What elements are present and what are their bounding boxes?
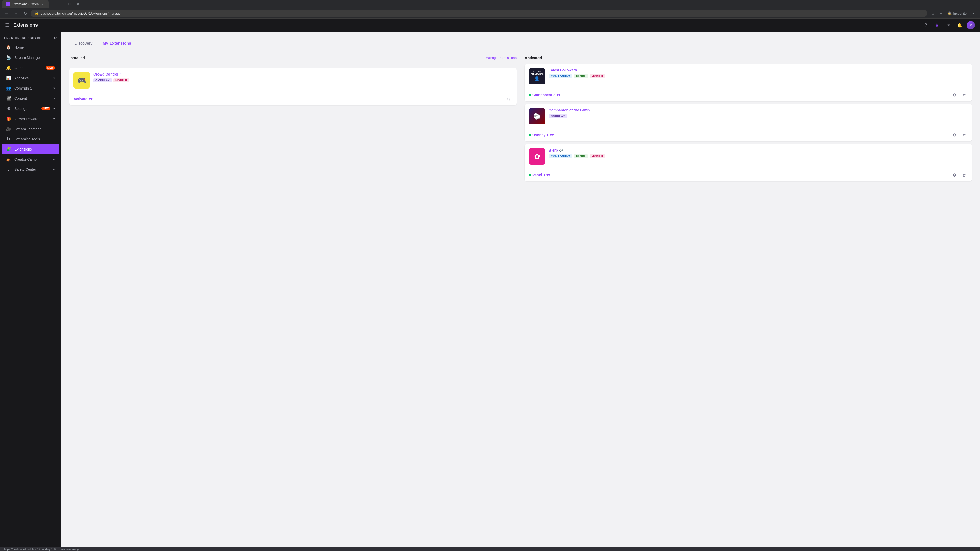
latest-followers-delete-button[interactable] [961,91,968,98]
sidebar-item-label: Content [14,97,50,100]
tab-discovery[interactable]: Discovery [69,38,97,49]
sidebar-item-alerts[interactable]: 🔔 Alerts NEW [2,63,59,73]
status-bar: https://dashboard.twitch.tv/u/moodjoy071… [0,547,980,551]
forward-button[interactable]: → [12,10,19,17]
maximize-button[interactable]: ❐ [66,0,73,8]
crowd-control-settings-button[interactable] [505,95,512,103]
bookmark-icon[interactable]: ☆ [929,10,936,17]
sidebar-item-community[interactable]: 👥 Community [2,83,59,93]
tag-overlay: OVERLAY [94,78,112,83]
ext-info: Latest Followers COMPONENT PANEL MOBILE [549,68,968,78]
minimize-button[interactable]: — [58,0,65,8]
ext-card-latest-followers: LATESTFOLLOWERS 👤 Latest Followers COMPO… [525,64,972,101]
ext-card-header: 🐑 Companion of the Lamb OVERLAY [525,104,972,129]
browser-menu-button[interactable]: ⋮ [970,10,977,17]
sidebar-item-viewer-rewards[interactable]: 🎁 Viewer Rewards [2,114,59,124]
companion-lamb-delete-button[interactable] [961,131,968,138]
app-container: ☰ Extensions ? ♛ ✉ 🔔 M CREATOR DASHBOARD… [0,19,980,547]
new-tab-button[interactable]: + [50,1,56,7]
slot-label: Panel 3 [532,173,545,177]
sidebar-item-label: Safety Center [14,167,49,171]
slot-label: Component 2 [532,93,555,97]
blerp-thumbnail: ✿ [529,148,545,165]
extensions-columns: Installed Manage Permissions 🎮 Crowd Con… [69,56,972,184]
streaming-tools-icon: 🛠 [6,137,11,141]
sidebar-item-label: Creator Camp [14,157,49,162]
sidebar: CREATOR DASHBOARD ↩ 🏠 Home 📡 Stream Mana… [0,32,61,547]
sidebar-item-label: Analytics [14,76,50,80]
ext-card-header: LATESTFOLLOWERS 👤 Latest Followers COMPO… [525,64,972,89]
gear-icon [953,173,956,178]
nav-actions: ☆ ⊞ 🕵 Incognito ⋮ [929,10,977,17]
sidebar-item-streaming-tools[interactable]: 🛠 Streaming Tools [2,134,59,144]
activate-label: Activate [73,97,87,101]
user-avatar[interactable]: M [967,21,975,29]
close-button[interactable]: ✕ [74,0,81,8]
ext-card-blerp: ✿ Blerp 🎶 COMPONENT PANEL MOBILE [525,144,972,181]
activate-button[interactable]: Activate ▾ [73,97,92,101]
sidebar-item-safety-center[interactable]: 🛡 Safety Center ↗ [2,165,59,174]
blerp-name: Blerp 🎶 [549,148,968,152]
blerp-delete-button[interactable] [961,171,968,179]
help-icon[interactable]: ? [922,21,930,29]
ext-card-footer: Panel 3 ▾ [525,168,972,181]
latest-followers-thumbnail: LATESTFOLLOWERS 👤 [529,68,545,84]
analytics-chevron-icon [53,76,55,80]
crowd-control-name: Crowd Control™ [94,72,512,76]
window-controls: — ❐ ✕ [58,0,81,8]
sidebar-item-stream-together[interactable]: 🎥 Stream Together [2,124,59,134]
latest-followers-name: Latest Followers [549,68,968,72]
sidebar-item-home[interactable]: 🏠 Home [2,42,59,52]
mail-icon[interactable]: ✉ [944,21,953,29]
sidebar-item-label: Stream Manager [14,56,55,60]
community-icon: 👥 [6,86,11,91]
sidebar-item-label: Viewer Rewards [14,117,50,121]
trash-icon [963,133,966,137]
activated-column: Activated LATESTFOLLOWERS 👤 Latest Follo… [525,56,972,184]
hamburger-menu-icon[interactable]: ☰ [5,22,9,28]
sidebar-item-stream-manager[interactable]: 📡 Stream Manager [2,52,59,62]
active-dot [529,94,531,96]
tag-panel: PANEL [574,154,588,159]
sidebar-collapse-button[interactable]: ↩ [54,36,57,40]
sidebar-item-analytics[interactable]: 📊 Analytics [2,73,59,83]
manage-permissions-link[interactable]: Manage Permissions [486,56,517,60]
browser-nav: ← → ↻ 🔒 dashboard.twitch.tv/u/moodjoy071… [0,8,980,18]
companion-thumb-icon: 🐑 [533,113,541,120]
gear-icon [507,97,511,102]
extensions-icon: 🧩 [6,147,11,151]
sidebar-item-label: Stream Together [14,127,55,131]
crown-icon[interactable]: ♛ [933,21,941,29]
installed-column-title: Installed [69,56,85,60]
tag-panel: PANEL [574,74,588,78]
viewer-rewards-chevron-icon [53,117,55,121]
latest-followers-slot[interactable]: Component 2 ▾ [529,93,560,97]
back-button[interactable]: ← [3,10,10,17]
tabs-bar: Discovery My Extensions [69,38,972,49]
address-bar[interactable]: 🔒 dashboard.twitch.tv/u/moodjoy071/exten… [30,10,927,17]
sidebar-item-content[interactable]: 🎬 Content [2,94,59,103]
ext-card-header: ✿ Blerp 🎶 COMPONENT PANEL MOBILE [525,144,972,168]
latest-followers-tags: COMPONENT PANEL MOBILE [549,74,968,78]
sidebar-item-creator-camp[interactable]: ⛺ Creator Camp ↗ [2,154,59,164]
sidebar-item-label: Extensions [14,147,55,151]
ext-card-footer: Overlay 1 ▾ [525,129,972,141]
tab-my-extensions[interactable]: My Extensions [97,38,136,49]
crowd-control-thumbnail: 🎮 [73,72,90,89]
sidebar-item-extensions[interactable]: 🧩 Extensions [2,144,59,154]
notification-icon[interactable]: 🔔 [956,21,964,29]
companion-lamb-settings-button[interactable] [951,131,958,138]
sidebar-item-settings[interactable]: ⚙ Settings NEW [2,103,59,114]
crowd-control-thumb-icon: 🎮 [77,76,86,85]
latest-followers-settings-button[interactable] [951,91,958,98]
blerp-slot[interactable]: Panel 3 ▾ [529,173,550,177]
tag-overlay: OVERLAY [549,114,567,118]
profile-icon[interactable]: ⊞ [937,10,945,17]
safety-center-icon: 🛡 [6,167,11,171]
refresh-button[interactable]: ↻ [21,10,29,17]
tag-component: COMPONENT [549,154,572,159]
blerp-settings-button[interactable] [951,171,958,179]
tab-close-button[interactable]: × [41,2,45,6]
companion-lamb-slot[interactable]: Overlay 1 ▾ [529,133,554,137]
browser-tab-active[interactable]: T Extensions - Twitch × [2,0,49,8]
